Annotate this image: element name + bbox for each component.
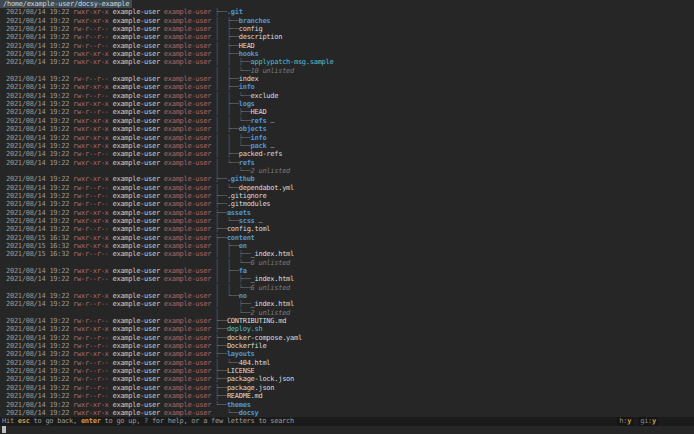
entry-name[interactable]: assets xyxy=(227,209,251,217)
tree-row[interactable]: 2021/08/14 19:22 rwxr-xr-x example-user … xyxy=(0,409,694,417)
entry-name[interactable]: README.md xyxy=(227,392,263,400)
tree-row[interactable]: 2021/08/14 19:22 rwxr-xr-x example-user … xyxy=(0,325,694,333)
entry-name[interactable]: deploy.sh xyxy=(227,325,263,333)
entry-name[interactable]: 2 unlisted xyxy=(251,167,290,175)
tree-row[interactable]: │ │ └──10 unlisted xyxy=(0,67,694,75)
entry-name[interactable]: HEAD xyxy=(251,108,267,116)
tree-row[interactable]: 2021/08/14 19:22 rw-r--r-- example-user … xyxy=(0,300,694,308)
entry-name[interactable]: 2 unlisted xyxy=(251,309,290,317)
tree-row[interactable]: 2021/08/14 19:22 rw-r--r-- example-user … xyxy=(0,317,694,325)
tree-row[interactable]: 2021/08/14 19:22 rw-r--r-- example-user … xyxy=(0,225,694,233)
entry-name[interactable]: scss xyxy=(239,217,255,225)
tree-row[interactable]: 2021/08/14 19:22 rw-r--r-- example-user … xyxy=(0,367,694,375)
entry-name[interactable]: 404.html xyxy=(239,359,271,367)
entry-name[interactable]: logs xyxy=(239,100,255,108)
tree-row[interactable]: 2021/08/14 19:22 rwxr-xr-x example-user … xyxy=(0,17,694,25)
tree-row[interactable]: 2021/08/14 19:22 rw-r--r-- example-user … xyxy=(0,384,694,392)
tree-row[interactable]: 2021/08/14 19:22 rw-r--r-- example-user … xyxy=(0,150,694,158)
tree-row[interactable]: 2021/08/14 19:22 rw-r--r-- example-user … xyxy=(0,334,694,342)
entry-name[interactable]: config xyxy=(239,25,263,33)
tree-row[interactable]: 2021/08/14 19:22 rwxr-xr-x example-user … xyxy=(0,217,694,225)
tree-row[interactable]: 2021/08/14 19:22 rwxr-xr-x example-user … xyxy=(0,58,694,66)
entry-name[interactable]: exclude xyxy=(251,92,279,100)
entry-name[interactable]: index xyxy=(239,75,259,83)
entry-name[interactable]: docker-compose.yaml xyxy=(227,334,302,342)
entry-name[interactable]: packed-refs xyxy=(239,150,282,158)
entry-name[interactable]: fa xyxy=(239,267,247,275)
entry-name[interactable]: 6 unlisted xyxy=(251,284,290,292)
search-input-row[interactable] xyxy=(0,426,694,434)
entry-name[interactable]: objects xyxy=(239,125,267,133)
tree-row[interactable]: 2021/08/14 19:22 rwxr-xr-x example-user … xyxy=(0,209,694,217)
tree-row[interactable]: 2021/08/14 19:22 rw-r--r-- example-user … xyxy=(0,108,694,116)
entry-name[interactable]: 10 unlisted xyxy=(251,67,294,75)
entry-name[interactable]: Dockerfile xyxy=(227,342,266,350)
tree-row[interactable]: 2021/08/14 19:22 rwxr-xr-x example-user … xyxy=(0,83,694,91)
tree-row[interactable]: │ │ └──6 unlisted xyxy=(0,259,694,267)
entry-name[interactable]: package.json xyxy=(227,384,274,392)
tree-row[interactable]: 2021/08/14 19:22 rw-r--r-- example-user … xyxy=(0,184,694,192)
entry-name[interactable]: CONTRIBUTING.md xyxy=(227,317,286,325)
tree-row[interactable]: 2021/08/15 16:32 rwxr-xr-x example-user … xyxy=(0,242,694,250)
entry-name[interactable]: en xyxy=(239,242,247,250)
tree-row[interactable]: 2021/08/14 19:22 rwxr-xr-x example-user … xyxy=(0,100,694,108)
entry-name[interactable]: .git xyxy=(227,8,243,16)
root-path-row[interactable]: /home/example-user/docsy-example xyxy=(0,0,694,8)
entry-name[interactable]: info xyxy=(251,134,267,142)
entry-name[interactable]: themes xyxy=(227,401,251,409)
entry-name[interactable]: pack xyxy=(251,142,267,150)
entry-name[interactable]: _index.html xyxy=(251,250,294,258)
tree-row[interactable]: 2021/08/14 19:22 rw-r--r-- example-user … xyxy=(0,75,694,83)
root-path[interactable]: /home/example-user/docsy-example xyxy=(0,0,132,8)
entry-name[interactable]: _index.html xyxy=(251,275,294,283)
entry-name[interactable]: content xyxy=(227,234,255,242)
tree-row[interactable]: 2021/08/14 19:22 rw-r--r-- example-user … xyxy=(0,359,694,367)
entry-name[interactable]: .gitmodules xyxy=(227,200,270,208)
entry-name[interactable]: HEAD xyxy=(239,42,255,50)
tree-row[interactable]: 2021/08/14 19:22 rwxr-xr-x example-user … xyxy=(0,267,694,275)
entry-name[interactable]: .github xyxy=(227,175,255,183)
entry-name[interactable]: refs xyxy=(239,159,255,167)
entry-name[interactable]: LICENSE xyxy=(227,367,255,375)
tree-row[interactable]: 2021/08/14 19:22 rwxr-xr-x example-user … xyxy=(0,50,694,58)
entry-name[interactable]: package-lock.json xyxy=(227,375,294,383)
tree-row[interactable]: 2021/08/14 19:22 rwxr-xr-x example-user … xyxy=(0,159,694,167)
text-cursor[interactable] xyxy=(2,426,6,433)
entry-name[interactable]: hooks xyxy=(239,50,259,58)
tree-row[interactable]: 2021/08/14 19:22 rwxr-xr-x example-user … xyxy=(0,125,694,133)
entry-name[interactable]: 6 unlisted xyxy=(251,259,290,267)
tree-row[interactable]: 2021/08/14 19:22 rwxr-xr-x example-user … xyxy=(0,175,694,183)
entry-name[interactable]: no xyxy=(239,292,247,300)
tree-row[interactable]: 2021/08/14 19:22 rw-r--r-- example-user … xyxy=(0,275,694,283)
tree-row[interactable]: 2021/08/14 19:22 rw-r--r-- example-user … xyxy=(0,42,694,50)
entry-name[interactable]: branches xyxy=(239,17,271,25)
tree-row[interactable]: 2021/08/14 19:22 rwxr-xr-x example-user … xyxy=(0,134,694,142)
tree-row[interactable]: 2021/08/14 19:22 rw-r--r-- example-user … xyxy=(0,192,694,200)
tree-row[interactable]: 2021/08/14 19:22 rw-r--r-- example-user … xyxy=(0,342,694,350)
entry-name[interactable]: refs xyxy=(251,117,267,125)
tree-row[interactable]: │ └──2 unlisted xyxy=(0,309,694,317)
tree-row[interactable]: │ └──2 unlisted xyxy=(0,167,694,175)
tree-row[interactable]: 2021/08/14 19:22 rw-r--r-- example-user … xyxy=(0,25,694,33)
tree-row[interactable]: 2021/08/14 19:22 rw-r--r-- example-user … xyxy=(0,92,694,100)
tree-row[interactable]: 2021/08/14 19:22 rw-r--r-- example-user … xyxy=(0,33,694,41)
tree-row[interactable]: 2021/08/14 19:22 rw-r--r-- example-user … xyxy=(0,392,694,400)
tree-row[interactable]: 2021/08/14 19:22 rwxr-xr-x example-user … xyxy=(0,292,694,300)
entry-name[interactable]: .gitignore xyxy=(227,192,266,200)
tree-row[interactable]: 2021/08/14 19:22 rwxr-xr-x example-user … xyxy=(0,401,694,409)
tree-row[interactable]: 2021/08/14 19:22 rw-r--r-- example-user … xyxy=(0,375,694,383)
tree-row[interactable]: 2021/08/14 19:22 rw-r--r-- example-user … xyxy=(0,200,694,208)
entry-name[interactable]: applypatch-msg.sample xyxy=(251,58,334,66)
entry-name[interactable]: layouts xyxy=(227,350,255,358)
entry-name[interactable]: info xyxy=(239,83,255,91)
tree-row[interactable]: 2021/08/14 19:22 rwxr-xr-x example-user … xyxy=(0,350,694,358)
tree-row[interactable]: 2021/08/14 19:22 rwxr-xr-x example-user … xyxy=(0,117,694,125)
entry-name[interactable]: config.toml xyxy=(227,225,270,233)
entry-name[interactable]: dependabot.yml xyxy=(239,184,294,192)
entry-name[interactable]: _index.html xyxy=(251,300,294,308)
tree-row[interactable]: │ │ └──6 unlisted xyxy=(0,284,694,292)
tree-row[interactable]: 2021/08/15 16:32 rwxr-xr-x example-user … xyxy=(0,234,694,242)
tree-row[interactable]: 2021/08/14 19:22 rwxr-xr-x example-user … xyxy=(0,8,694,16)
entry-name[interactable]: docsy xyxy=(239,409,259,417)
tree-row[interactable]: 2021/08/15 16:32 rw-r--r-- example-user … xyxy=(0,250,694,258)
